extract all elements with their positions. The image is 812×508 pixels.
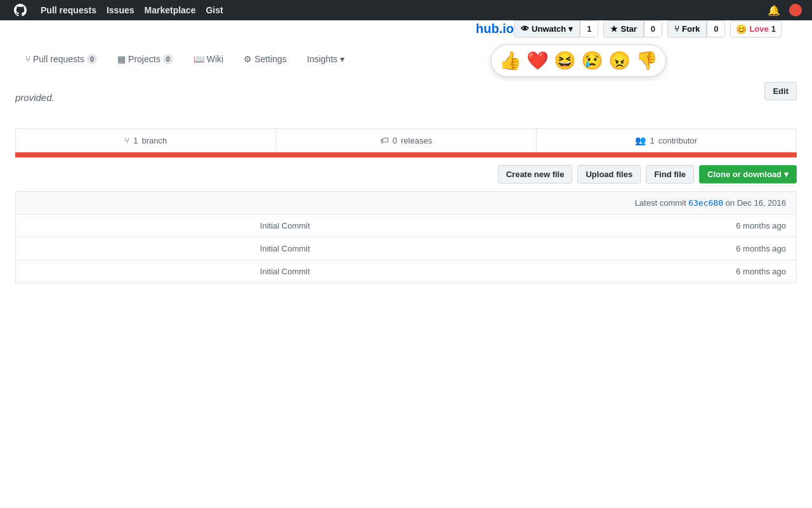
tab-projects-label: Projects [128,54,160,64]
clone-download-label: Clone or download [707,170,782,179]
bell-icon[interactable]: 🔔 [768,4,780,17]
love-emoji: 😊 [736,24,747,34]
love-count: 1 [771,24,776,34]
table-row: Initial Commit 6 months ago [16,215,797,237]
create-file-button[interactable]: Create new file [498,165,573,184]
tab-pr-count: 0 [87,54,97,64]
file-toolbar: Create new file Upload files Find file C… [15,157,797,191]
reaction-thumbsdown[interactable]: 👎 [636,50,658,71]
fork-icon: ⑂ [674,24,679,34]
file-col-header [16,192,250,215]
find-file-button[interactable]: Find file [646,165,694,184]
repo-title-row: hub.io 👁 Unwatch ▾ 1 ★ Star 0 [15,20,797,48]
repo-title[interactable]: hub.io [476,22,514,36]
nav-links: Pull requests Issues Marketplace Gist [41,5,223,15]
branch-icon: ⑂ [124,135,129,145]
reaction-popup: 👍 ❤️ 😆 😢 😠 👎 [491,44,666,77]
repo-actions: 👁 Unwatch ▾ 1 ★ Star 0 ⑂ Fork [514,20,782,37]
projects-icon: ▦ [117,54,126,64]
reaction-laugh[interactable]: 😆 [554,50,576,71]
tab-projects-count: 0 [163,54,173,64]
commit-hash-link[interactable]: 63ec680 [688,198,723,208]
tab-settings[interactable]: ⚙ Settings [233,48,297,72]
wiki-icon: 📖 [193,54,204,64]
star-count[interactable]: 0 [644,21,662,37]
tab-pull-requests[interactable]: ⑂ Pull requests 0 [15,48,107,72]
unwatch-count[interactable]: 1 [580,21,598,37]
commit-msg-cell[interactable]: Initial Commit [250,215,523,237]
branch-stat[interactable]: ⑂ 1 branch [16,129,276,152]
unwatch-caret: ▾ [568,24,573,34]
contributors-label: contributor [658,136,697,145]
stats-bar: ⑂ 1 branch 🏷 0 releases 👥 1 contributor [15,128,797,152]
contributors-count: 1 [650,136,654,145]
reaction-heart[interactable]: ❤️ [527,50,549,71]
nav-pull-requests[interactable]: Pull requests [41,5,96,15]
file-table: Latest commit 63ec680 on Dec 16, 2016 In… [15,191,797,283]
tab-insights-label: Insights [307,54,337,64]
tab-wiki-label: Wiki [207,54,223,64]
branch-label: branch [141,136,167,145]
tab-projects[interactable]: ▦ Projects 0 [107,48,183,72]
table-row: Initial Commit 6 months ago [16,237,797,260]
tab-insights[interactable]: Insights ▾ [297,48,355,72]
reaction-angry[interactable]: 😠 [608,50,631,71]
top-nav: Pull requests Issues Marketplace Gist 🔔 [0,0,812,20]
contributors-icon: 👥 [635,135,646,145]
nav-issues[interactable]: Issues [107,5,134,15]
contributors-stat[interactable]: 👥 1 contributor [537,129,796,152]
commit-time-cell: 6 months ago [523,260,797,283]
tab-settings-label: Settings [254,54,287,64]
releases-count: 0 [393,136,397,145]
upload-files-button[interactable]: Upload files [577,165,641,184]
commit-time-cell: 6 months ago [523,215,797,237]
love-badge[interactable]: 😊 Love 1 [730,21,782,37]
commit-header: Latest commit 63ec680 on Dec 16, 2016 [250,192,797,215]
commit-date: on Dec 16, 2016 [726,198,786,208]
file-table-header: Latest commit 63ec680 on Dec 16, 2016 [16,192,797,215]
releases-label: releases [401,136,432,145]
star-group: ★ Star 0 [603,20,662,37]
branch-count: 1 [133,136,138,145]
reaction-thumbsup[interactable]: 👍 [499,50,521,71]
reaction-cry[interactable]: 😢 [581,50,603,71]
repo-description: provided. [15,82,797,113]
nav-gist[interactable]: Gist [206,5,223,15]
fork-label: Fork [682,24,700,34]
star-icon: ★ [610,24,618,34]
star-label: Star [620,24,636,34]
file-name-cell[interactable] [16,260,250,283]
pr-icon: ⑂ [25,54,30,64]
unwatch-label: Unwatch [532,24,566,34]
avatar[interactable] [789,4,802,17]
language-bar [15,152,797,157]
edit-button[interactable]: Edit [764,82,797,100]
repo-tabs: ⑂ Pull requests 0 ▦ Projects 0 📖 Wiki ⚙ … [15,48,797,72]
insights-caret: ▾ [340,54,344,64]
settings-icon: ⚙ [244,54,252,64]
main-content: hub.io 👁 Unwatch ▾ 1 ★ Star 0 [0,20,812,283]
commit-msg-cell[interactable]: Initial Commit [250,237,523,260]
eye-icon: 👁 [521,24,529,34]
commit-msg-cell[interactable]: Initial Commit [250,260,523,283]
tag-icon: 🏷 [380,135,389,145]
file-name-cell[interactable] [16,237,250,260]
file-name-cell[interactable] [16,215,250,237]
clone-download-button[interactable]: Clone or download ▾ [699,165,797,184]
github-logo[interactable] [10,0,30,20]
nav-marketplace[interactable]: Marketplace [145,5,196,15]
commit-time-cell: 6 months ago [523,237,797,260]
fork-group: ⑂ Fork 0 [667,20,725,37]
table-row: Initial Commit 6 months ago [16,260,797,283]
latest-commit-label: Latest commit [635,198,686,208]
unwatch-group: 👁 Unwatch ▾ 1 [514,20,598,37]
clone-caret-icon: ▾ [784,170,789,179]
love-label: Love [749,24,768,34]
fork-count[interactable]: 0 [707,21,724,37]
description-row: Edit provided. [15,72,797,118]
fork-button[interactable]: ⑂ Fork [668,21,707,37]
star-button[interactable]: ★ Star [604,21,643,37]
releases-stat[interactable]: 🏷 0 releases [276,129,536,152]
tab-wiki[interactable]: 📖 Wiki [183,48,233,72]
unwatch-button[interactable]: 👁 Unwatch ▾ [514,21,580,37]
